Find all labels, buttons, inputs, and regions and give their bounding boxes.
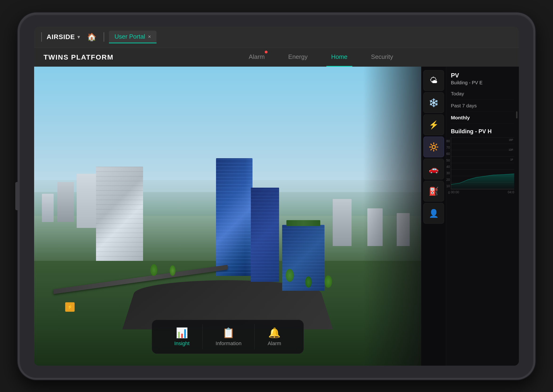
people-icon: 👤 xyxy=(429,209,439,218)
solar-icon-btn[interactable]: 🔆 xyxy=(423,137,444,157)
weather-icon-btn[interactable]: 🌤 xyxy=(423,70,444,91)
scrollbar[interactable] xyxy=(516,111,518,119)
insight-button[interactable]: 📊 Insight xyxy=(161,324,203,349)
energy-tab-label: Energy xyxy=(288,53,308,61)
data-panel: PV Building - PV E Today Past 7 days Mon… xyxy=(446,67,519,366)
main-content: ⚡ 📊 Insight 📋 Information 🔔 xyxy=(34,67,519,366)
y-label-30: 30 xyxy=(446,171,450,175)
information-label: Information xyxy=(215,340,242,347)
alarm-icon: 🔔 xyxy=(268,327,281,339)
browser-bar: AIRSIDE ▾ 🏠 User Portal × xyxy=(34,27,519,48)
tab-home[interactable]: Home xyxy=(326,48,352,67)
city-3d-view: ⚡ 📊 Insight 📋 Information 🔔 xyxy=(34,67,421,366)
alarm-tab-label: Alarm xyxy=(249,53,265,61)
tab-close-icon[interactable]: × xyxy=(148,34,151,40)
fuel-icon: ⛽ xyxy=(429,186,439,196)
tab-security[interactable]: Security xyxy=(366,48,398,67)
panel-subtitle: Building - PV E xyxy=(451,80,514,85)
tree-5 xyxy=(325,275,332,288)
insight-icon: 📊 xyxy=(176,327,188,339)
chevron-down-icon: ▾ xyxy=(77,34,80,40)
building-large-grey xyxy=(96,167,143,261)
building-bg-3 xyxy=(77,174,98,228)
menu-past7[interactable]: Past 7 days xyxy=(451,100,514,112)
menu-monthly[interactable]: Monthly xyxy=(451,112,514,124)
home-tab-label: Home xyxy=(331,53,347,61)
power-icon-btn[interactable]: ⚡ xyxy=(423,114,444,135)
ev-icon: 🚗 xyxy=(429,164,439,174)
y-label-0: 0 xyxy=(448,191,450,195)
side-icon-panel: 🌤 ❄️ ⚡ 🔆 🚗 ⛽ 👤 xyxy=(421,67,446,366)
tree-3 xyxy=(286,269,294,282)
hvac-icon: ❄️ xyxy=(429,98,439,107)
time-label-end: 04:0 xyxy=(508,190,514,194)
tab-label: User Portal xyxy=(115,33,145,40)
mini-chart: 80 70 60 50 40 xyxy=(451,138,514,189)
home-icon-button[interactable]: 🏠 xyxy=(85,31,99,43)
utility-marker: ⚡ xyxy=(65,302,75,312)
main-blue-tower xyxy=(216,158,253,276)
svg-text:1BP: 1BP xyxy=(509,139,513,141)
tree-4 xyxy=(305,276,312,288)
time-label-start: 00:00 xyxy=(451,190,459,194)
fuel-icon-btn[interactable]: ⛽ xyxy=(423,181,444,202)
device-frame: AIRSIDE ▾ 🏠 User Portal × TWINS PLATFORM… xyxy=(18,13,535,380)
user-portal-tab[interactable]: User Portal × xyxy=(109,31,157,43)
tab-energy[interactable]: Energy xyxy=(283,48,312,67)
people-icon-btn[interactable]: 👤 xyxy=(423,203,444,224)
alarm-notification-dot xyxy=(265,51,268,53)
action-bar: 📊 Insight 📋 Information 🔔 Alarm xyxy=(152,320,304,354)
airside-button[interactable]: AIRSIDE ▾ xyxy=(47,33,80,41)
y-label-70: 70 xyxy=(446,146,450,149)
tab-alarm[interactable]: Alarm xyxy=(244,48,270,67)
hvac-icon-btn[interactable]: ❄️ xyxy=(423,92,444,113)
y-label-20: 20 xyxy=(446,178,450,182)
building-right-1 xyxy=(333,199,352,246)
insight-label: Insight xyxy=(174,340,189,347)
chart-section: Building - PV H 80 70 60 xyxy=(451,128,514,194)
svg-text:1P: 1P xyxy=(510,158,513,161)
menu-today-label: Today xyxy=(451,91,464,96)
solar-icon: 🔆 xyxy=(429,142,439,152)
brand-name: TWINS PLATFORM xyxy=(34,48,123,67)
y-label-40: 40 xyxy=(446,165,450,168)
security-tab-label: Security xyxy=(371,53,393,61)
chart-section-title: Building - PV H xyxy=(451,128,514,135)
information-button[interactable]: 📋 Information xyxy=(203,324,255,349)
building-bg-2 xyxy=(57,182,74,222)
y-label-60: 60 xyxy=(446,152,450,156)
second-blue-tower xyxy=(251,188,279,282)
separator xyxy=(41,32,42,42)
ev-icon-btn[interactable]: 🚗 xyxy=(423,159,444,179)
chart-time-labels: 00:00 04:0 xyxy=(451,190,514,194)
tree-2 xyxy=(170,265,176,276)
chart-svg: 1BP 1DP 1P xyxy=(451,138,514,189)
menu-past7-label: Past 7 days xyxy=(451,103,477,108)
menu-today[interactable]: Today xyxy=(451,88,514,100)
building-bg-1 xyxy=(42,194,54,222)
menu-monthly-label: Monthly xyxy=(451,115,470,120)
separator2 xyxy=(104,32,104,42)
airside-label: AIRSIDE xyxy=(47,33,75,41)
screen: AIRSIDE ▾ 🏠 User Portal × TWINS PLATFORM… xyxy=(34,27,519,366)
nav-tabs: Alarm Energy Home Security xyxy=(123,48,519,67)
panel-title: PV xyxy=(451,72,514,79)
y-label-80: 80 xyxy=(446,139,450,143)
y-label-50: 50 xyxy=(446,158,450,162)
tree-1 xyxy=(150,264,157,276)
right-fade xyxy=(363,67,421,366)
alarm-button[interactable]: 🔔 Alarm xyxy=(255,324,294,349)
alarm-label: Alarm xyxy=(268,340,281,347)
svg-text:1DP: 1DP xyxy=(509,148,513,151)
home-icon: 🏠 xyxy=(87,33,97,41)
information-icon: 📋 xyxy=(222,327,235,339)
y-label-10: 10 xyxy=(446,184,450,188)
power-icon: ⚡ xyxy=(429,120,439,129)
nav-bar: TWINS PLATFORM Alarm Energy Home Securit… xyxy=(34,48,519,67)
weather-icon: 🌤 xyxy=(430,76,438,85)
